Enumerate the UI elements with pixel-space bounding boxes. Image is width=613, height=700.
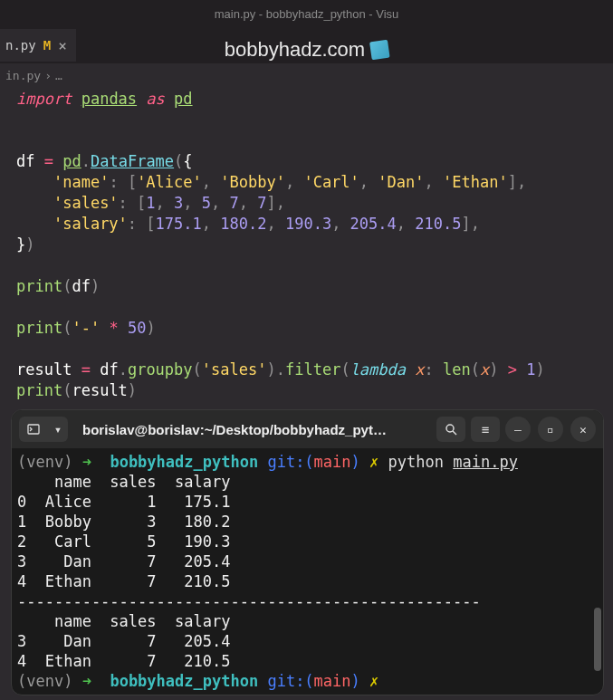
terminal-search-button[interactable] <box>436 417 465 442</box>
breadcrumb-dots: … <box>55 69 62 82</box>
search-icon <box>445 423 457 436</box>
terminal-scrollbar[interactable] <box>594 454 601 689</box>
terminal-icon <box>27 423 40 436</box>
title-bar: main.py - bobbyhadz_python - Visu <box>0 0 613 27</box>
close-button[interactable]: ✕ <box>570 417 596 442</box>
svg-line-2 <box>453 431 456 435</box>
terminal-dropdown-button[interactable]: ▾ <box>48 417 68 442</box>
minimize-button[interactable]: — <box>505 417 531 442</box>
terminal-window: ▾ borislav@borislav:~/Desktop/bobbyhadz_… <box>11 409 604 695</box>
close-tab-icon[interactable]: × <box>58 37 67 54</box>
file-tab[interactable]: n.py M × <box>0 29 76 62</box>
terminal-menu-button[interactable]: ≡ <box>471 417 500 442</box>
breadcrumb-file: in.py <box>5 69 41 82</box>
modified-indicator: M <box>43 38 51 53</box>
svg-point-1 <box>446 425 454 432</box>
terminal-header: ▾ borislav@borislav:~/Desktop/bobbyhadz_… <box>12 410 603 448</box>
scroll-thumb[interactable] <box>594 608 601 671</box>
watermark-text: bobbyhadz.com <box>225 38 365 62</box>
breadcrumb[interactable]: in.py › … <box>0 63 613 87</box>
tab-filename: n.py <box>5 38 36 53</box>
svg-rect-0 <box>28 425 39 434</box>
terminal-body[interactable]: (venv) ➜ bobbyhadz_python git:(main) ✗ p… <box>12 448 603 695</box>
window-title: main.py - bobbyhadz_python - Visu <box>215 7 399 21</box>
cube-icon <box>369 40 390 61</box>
code-editor[interactable]: import pandas as pd df = pd.DataFrame({ … <box>0 87 613 403</box>
terminal-new-tab-button[interactable] <box>19 417 48 442</box>
maximize-button[interactable]: ▫ <box>538 417 563 442</box>
watermark: bobbyhadz.com <box>225 38 388 62</box>
terminal-title: borislav@borislav:~/Desktop/bobbyhadz_py… <box>73 422 431 437</box>
breadcrumb-sep: › <box>44 69 52 82</box>
